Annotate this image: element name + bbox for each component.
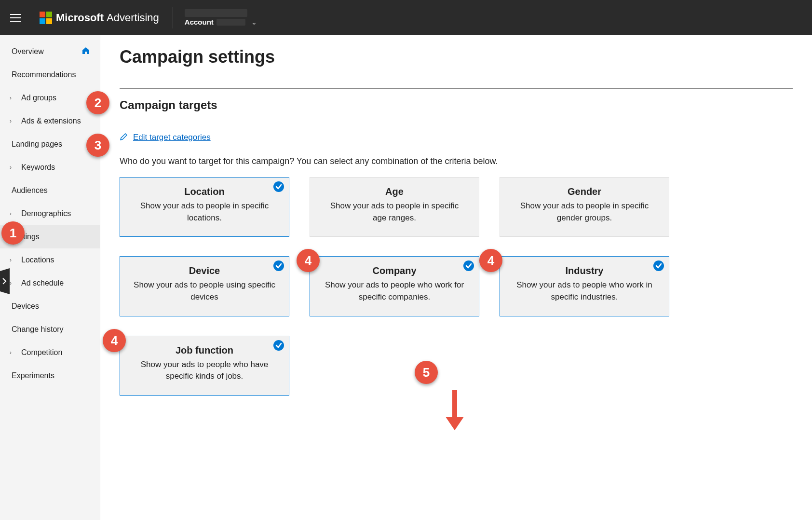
sidebar-item-settings[interactable]: Settings <box>0 225 100 248</box>
brand-microsoft: Microsoft <box>56 12 104 24</box>
target-cards-grid: LocationShow your ads to people in speci… <box>120 177 669 396</box>
redacted-text <box>185 9 247 17</box>
card-title: Gender <box>514 186 655 197</box>
sidebar-item-keywords[interactable]: ›Keywords <box>0 156 100 179</box>
sidebar-item-recommendations[interactable]: Recommendations <box>0 63 100 86</box>
account-switcher[interactable]: Account ⌄ <box>185 9 262 26</box>
section-divider <box>120 88 793 89</box>
sidebar-item-audiences[interactable]: Audiences <box>0 179 100 202</box>
sidebar-item-label: Landing pages <box>12 140 90 149</box>
sidebar-item-label: Ads & extensions <box>21 117 90 125</box>
sidebar-item-demographics[interactable]: ›Demographics <box>0 202 100 225</box>
card-title: Location <box>134 186 275 197</box>
sidebar-item-label: Recommendations <box>12 70 90 79</box>
target-card-device[interactable]: DeviceShow your ads to people using spec… <box>120 256 289 316</box>
checkmark-icon <box>273 181 284 192</box>
card-description: Show your ads to people who work for spe… <box>324 279 465 303</box>
sidebar-item-label: Experiments <box>12 371 90 380</box>
chevron-right-icon: › <box>10 164 12 171</box>
sidebar-item-label: Audiences <box>12 186 90 195</box>
card-title: Age <box>324 186 465 197</box>
header-divider <box>173 7 173 28</box>
chevron-right-icon: › <box>10 95 12 101</box>
target-description: Who do you want to target for this campa… <box>120 156 793 166</box>
sidebar-item-experiments[interactable]: Experiments <box>0 364 100 387</box>
sidebar-item-ad-groups[interactable]: ›Ad groups <box>0 86 100 109</box>
target-card-age[interactable]: AgeShow your ads to people in specific a… <box>310 177 479 237</box>
brand-product: Advertising <box>107 12 159 24</box>
sidebar-item-devices[interactable]: Devices <box>0 295 100 318</box>
card-description: Show your ads to people using specific d… <box>134 279 275 303</box>
card-title: Industry <box>514 265 655 276</box>
chevron-right-icon: › <box>10 118 12 124</box>
chevron-right-icon: › <box>10 257 12 263</box>
target-card-industry[interactable]: IndustryShow your ads to people who work… <box>500 256 669 316</box>
sidebar-item-locations[interactable]: ›Locations <box>0 248 100 272</box>
checkmark-icon <box>463 260 474 271</box>
sidebar-item-change-history[interactable]: Change history <box>0 318 100 341</box>
sidebar-item-label: Demographics <box>21 209 90 218</box>
sidebar-item-ads-extensions[interactable]: ›Ads & extensions <box>0 109 100 133</box>
target-card-job-function[interactable]: Job functionShow your ads to people who … <box>120 336 289 396</box>
page-title: Campaign settings <box>120 47 793 67</box>
card-title: Company <box>324 265 465 276</box>
sidebar-item-label: Locations <box>21 256 90 264</box>
card-title: Device <box>134 265 275 276</box>
account-label: Account <box>185 18 214 26</box>
card-description: Show your ads to people in specific loca… <box>134 200 275 224</box>
sidebar-item-label: Ad groups <box>21 94 90 102</box>
sidebar-item-ad-schedule[interactable]: ›Ad schedule <box>0 272 100 295</box>
checkmark-icon <box>273 260 284 271</box>
chevron-right-icon: › <box>10 349 12 356</box>
checkmark-icon <box>653 260 664 271</box>
card-title: Job function <box>134 345 275 356</box>
pencil-icon <box>120 132 128 143</box>
checkmark-icon <box>273 340 284 351</box>
sidebar-item-landing-pages[interactable]: Landing pages <box>0 133 100 156</box>
sidebar-item-label: Keywords <box>21 163 90 172</box>
sidebar-item-overview[interactable]: Overview <box>0 40 100 63</box>
edit-target-row: Edit target categories <box>120 132 793 143</box>
sidebar-item-label: Change history <box>12 325 90 334</box>
card-description: Show your ads to people in specific age … <box>324 200 465 224</box>
main-content: Campaign settings Campaign targets Edit … <box>100 35 812 520</box>
brand-logo-block[interactable]: Microsoft Advertising <box>40 12 159 24</box>
sidebar-item-competition[interactable]: ›Competition <box>0 341 100 364</box>
chevron-right-icon <box>2 277 7 285</box>
target-card-company[interactable]: CompanyShow your ads to people who work … <box>310 256 479 316</box>
target-card-location[interactable]: LocationShow your ads to people in speci… <box>120 177 289 237</box>
section-title: Campaign targets <box>120 98 793 112</box>
app-header: Microsoft Advertising Account ⌄ <box>0 0 812 35</box>
target-card-gender[interactable]: GenderShow your ads to people in specifi… <box>500 177 669 237</box>
card-description: Show your ads to people in specific gend… <box>514 200 655 224</box>
chevron-right-icon: › <box>10 210 12 217</box>
card-description: Show your ads to people who work in spec… <box>514 279 655 303</box>
sidebar-nav: OverviewRecommendations›Ad groups›Ads & … <box>0 35 100 520</box>
microsoft-logo-icon <box>40 12 52 24</box>
hamburger-menu-button[interactable] <box>6 8 25 27</box>
edit-target-categories-link[interactable]: Edit target categories <box>133 133 211 142</box>
sidebar-item-label: Competition <box>21 348 90 357</box>
chevron-down-icon: ⌄ <box>251 18 257 26</box>
expand-drawer-button[interactable] <box>0 268 10 294</box>
sidebar-item-label: Overview <box>12 47 81 56</box>
card-description: Show your ads to people who have specifi… <box>134 359 275 383</box>
sidebar-item-label: Settings <box>12 233 90 241</box>
redacted-text <box>217 19 245 26</box>
sidebar-item-label: Devices <box>12 302 90 311</box>
chevron-right-icon: › <box>10 280 12 287</box>
sidebar-item-label: Ad schedule <box>21 279 90 287</box>
home-icon <box>81 46 90 57</box>
